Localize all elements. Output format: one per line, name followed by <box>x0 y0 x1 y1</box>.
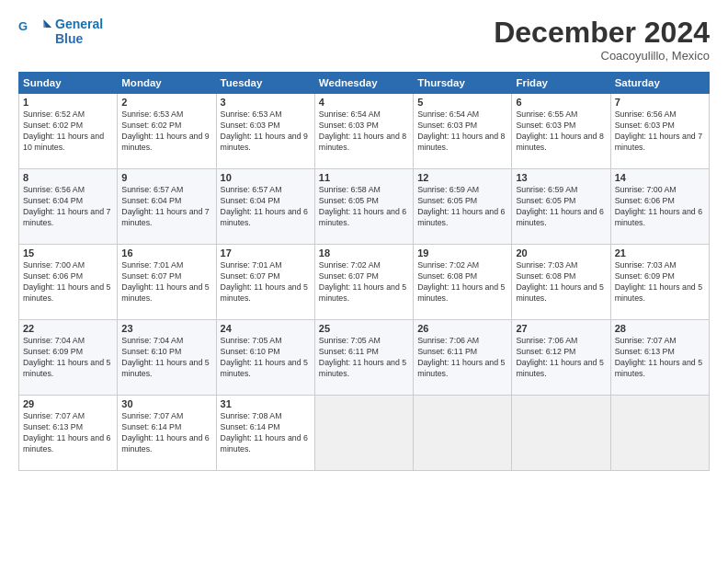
table-row: 20 Sunrise: 7:03 AMSunset: 6:08 PMDaylig… <box>512 245 610 320</box>
table-row: 21 Sunrise: 7:03 AMSunset: 6:09 PMDaylig… <box>610 245 709 320</box>
cell-info: Sunrise: 7:05 AMSunset: 6:10 PMDaylight:… <box>221 336 308 378</box>
cell-info: Sunrise: 7:08 AMSunset: 6:14 PMDaylight:… <box>221 411 308 454</box>
table-row: 26 Sunrise: 7:06 AMSunset: 6:11 PMDaylig… <box>414 320 512 396</box>
day-number: 16 <box>121 247 211 259</box>
day-number: 4 <box>319 97 409 108</box>
col-thursday: Thursday <box>414 73 512 94</box>
table-row: 29 Sunrise: 7:07 AMSunset: 6:13 PMDaylig… <box>19 396 118 471</box>
col-friday: Friday <box>512 73 610 94</box>
table-row: 2 Sunrise: 6:53 AMSunset: 6:02 PMDayligh… <box>118 94 216 169</box>
day-number: 22 <box>23 323 113 334</box>
cell-info: Sunrise: 6:58 AMSunset: 6:05 PMDaylight:… <box>319 185 406 227</box>
cell-info: Sunrise: 6:52 AMSunset: 6:02 PMDaylight:… <box>23 109 104 152</box>
calendar-week-row: 22 Sunrise: 7:04 AMSunset: 6:09 PMDaylig… <box>19 320 710 396</box>
table-row: 1 Sunrise: 6:52 AMSunset: 6:02 PMDayligh… <box>19 94 118 169</box>
col-sunday: Sunday <box>19 73 118 94</box>
svg-text:G: G <box>18 19 28 33</box>
table-row: 17 Sunrise: 7:01 AMSunset: 6:07 PMDaylig… <box>216 245 314 320</box>
day-number: 24 <box>221 323 311 334</box>
table-row: 14 Sunrise: 7:00 AMSunset: 6:06 PMDaylig… <box>610 169 709 245</box>
cell-info: Sunrise: 6:53 AMSunset: 6:03 PMDaylight:… <box>221 109 308 152</box>
day-number: 14 <box>615 172 705 183</box>
location: Coacoyulillo, Mexico <box>494 49 710 63</box>
day-number: 12 <box>417 172 507 183</box>
cell-info: Sunrise: 7:00 AMSunset: 6:06 PMDaylight:… <box>23 260 110 303</box>
table-row: 16 Sunrise: 7:01 AMSunset: 6:07 PMDaylig… <box>118 245 216 320</box>
calendar-week-row: 15 Sunrise: 7:00 AMSunset: 6:06 PMDaylig… <box>19 245 710 320</box>
day-number: 2 <box>121 97 211 108</box>
cell-info: Sunrise: 6:59 AMSunset: 6:05 PMDaylight:… <box>516 185 603 227</box>
cell-info: Sunrise: 6:57 AMSunset: 6:04 PMDaylight:… <box>121 185 209 227</box>
cell-info: Sunrise: 7:01 AMSunset: 6:07 PMDaylight:… <box>121 260 209 303</box>
cell-info: Sunrise: 7:04 AMSunset: 6:09 PMDaylight:… <box>23 336 110 378</box>
title-block: December 2024 Coacoyulillo, Mexico <box>494 17 710 63</box>
cell-info: Sunrise: 6:57 AMSunset: 6:04 PMDaylight:… <box>221 185 308 227</box>
calendar-page: G General Blue December 2024 Coacoyulill… <box>0 0 728 563</box>
table-row: 22 Sunrise: 7:04 AMSunset: 6:09 PMDaylig… <box>19 320 118 396</box>
table-row: 25 Sunrise: 7:05 AMSunset: 6:11 PMDaylig… <box>314 320 413 396</box>
day-number: 8 <box>23 172 113 183</box>
table-row: 7 Sunrise: 6:56 AMSunset: 6:03 PMDayligh… <box>610 94 709 169</box>
month-title: December 2024 <box>494 17 710 49</box>
day-number: 9 <box>121 172 211 183</box>
table-row <box>314 396 413 471</box>
calendar-header-row: Sunday Monday Tuesday Wednesday Thursday… <box>19 73 710 94</box>
cell-info: Sunrise: 7:02 AMSunset: 6:07 PMDaylight:… <box>319 260 406 303</box>
day-number: 15 <box>23 247 113 259</box>
day-number: 11 <box>319 172 409 183</box>
day-number: 29 <box>23 398 113 409</box>
col-tuesday: Tuesday <box>216 73 314 94</box>
cell-info: Sunrise: 7:07 AMSunset: 6:13 PMDaylight:… <box>23 411 110 454</box>
cell-info: Sunrise: 7:00 AMSunset: 6:06 PMDaylight:… <box>615 185 702 227</box>
calendar-week-row: 1 Sunrise: 6:52 AMSunset: 6:02 PMDayligh… <box>19 94 710 169</box>
cell-info: Sunrise: 7:07 AMSunset: 6:13 PMDaylight:… <box>615 336 702 378</box>
col-saturday: Saturday <box>610 73 709 94</box>
cell-info: Sunrise: 7:03 AMSunset: 6:09 PMDaylight:… <box>615 260 702 303</box>
day-number: 3 <box>221 97 311 108</box>
table-row <box>512 396 610 471</box>
logo: G General Blue <box>18 17 103 50</box>
day-number: 7 <box>615 97 705 108</box>
table-row: 13 Sunrise: 6:59 AMSunset: 6:05 PMDaylig… <box>512 169 610 245</box>
table-row: 10 Sunrise: 6:57 AMSunset: 6:04 PMDaylig… <box>216 169 314 245</box>
day-number: 18 <box>319 247 409 259</box>
cell-info: Sunrise: 7:06 AMSunset: 6:12 PMDaylight:… <box>516 336 603 378</box>
day-number: 10 <box>221 172 311 183</box>
table-row <box>610 396 709 471</box>
table-row: 9 Sunrise: 6:57 AMSunset: 6:04 PMDayligh… <box>118 169 216 245</box>
table-row <box>414 396 512 471</box>
cell-info: Sunrise: 6:56 AMSunset: 6:03 PMDaylight:… <box>615 109 702 152</box>
table-row: 6 Sunrise: 6:55 AMSunset: 6:03 PMDayligh… <box>512 94 610 169</box>
calendar-table: Sunday Monday Tuesday Wednesday Thursday… <box>18 72 710 471</box>
cell-info: Sunrise: 6:55 AMSunset: 6:03 PMDaylight:… <box>516 109 603 152</box>
cell-info: Sunrise: 6:53 AMSunset: 6:02 PMDaylight:… <box>121 109 209 152</box>
cell-info: Sunrise: 7:04 AMSunset: 6:10 PMDaylight:… <box>121 336 209 378</box>
cell-info: Sunrise: 6:54 AMSunset: 6:03 PMDaylight:… <box>319 109 406 152</box>
cell-info: Sunrise: 6:59 AMSunset: 6:05 PMDaylight:… <box>417 185 505 227</box>
cell-info: Sunrise: 7:02 AMSunset: 6:08 PMDaylight:… <box>417 260 505 303</box>
table-row: 23 Sunrise: 7:04 AMSunset: 6:10 PMDaylig… <box>118 320 216 396</box>
cell-info: Sunrise: 6:56 AMSunset: 6:04 PMDaylight:… <box>23 185 110 227</box>
table-row: 18 Sunrise: 7:02 AMSunset: 6:07 PMDaylig… <box>314 245 413 320</box>
day-number: 17 <box>221 247 311 259</box>
day-number: 21 <box>615 247 705 259</box>
table-row: 15 Sunrise: 7:00 AMSunset: 6:06 PMDaylig… <box>19 245 118 320</box>
table-row: 3 Sunrise: 6:53 AMSunset: 6:03 PMDayligh… <box>216 94 314 169</box>
day-number: 31 <box>221 398 311 409</box>
cell-info: Sunrise: 7:06 AMSunset: 6:11 PMDaylight:… <box>417 336 505 378</box>
calendar-week-row: 29 Sunrise: 7:07 AMSunset: 6:13 PMDaylig… <box>19 396 710 471</box>
table-row: 12 Sunrise: 6:59 AMSunset: 6:05 PMDaylig… <box>414 169 512 245</box>
day-number: 19 <box>417 247 507 259</box>
day-number: 13 <box>516 172 606 183</box>
col-wednesday: Wednesday <box>314 73 413 94</box>
day-number: 5 <box>417 97 507 108</box>
day-number: 25 <box>319 323 409 334</box>
day-number: 6 <box>516 97 606 108</box>
table-row: 19 Sunrise: 7:02 AMSunset: 6:08 PMDaylig… <box>414 245 512 320</box>
cell-info: Sunrise: 7:01 AMSunset: 6:07 PMDaylight:… <box>221 260 308 303</box>
cell-info: Sunrise: 7:05 AMSunset: 6:11 PMDaylight:… <box>319 336 406 378</box>
day-number: 27 <box>516 323 606 334</box>
cell-info: Sunrise: 6:54 AMSunset: 6:03 PMDaylight:… <box>417 109 505 152</box>
table-row: 31 Sunrise: 7:08 AMSunset: 6:14 PMDaylig… <box>216 396 314 471</box>
calendar-week-row: 8 Sunrise: 6:56 AMSunset: 6:04 PMDayligh… <box>19 169 710 245</box>
